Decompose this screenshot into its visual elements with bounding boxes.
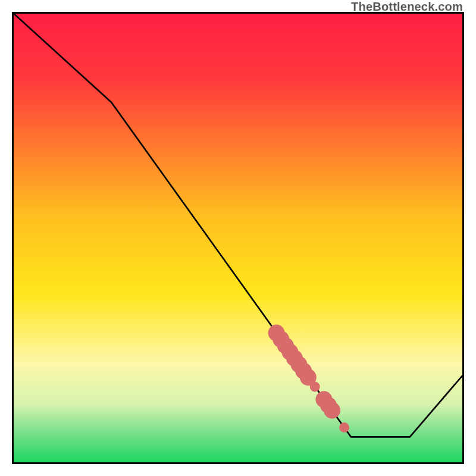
svg-rect-0 bbox=[14, 14, 462, 462]
background-gradient bbox=[14, 14, 462, 462]
watermark-text: TheBottleneck.com bbox=[351, 0, 463, 14]
chart-stage: TheBottleneck.com bbox=[0, 0, 476, 476]
plot-frame bbox=[12, 12, 464, 464]
